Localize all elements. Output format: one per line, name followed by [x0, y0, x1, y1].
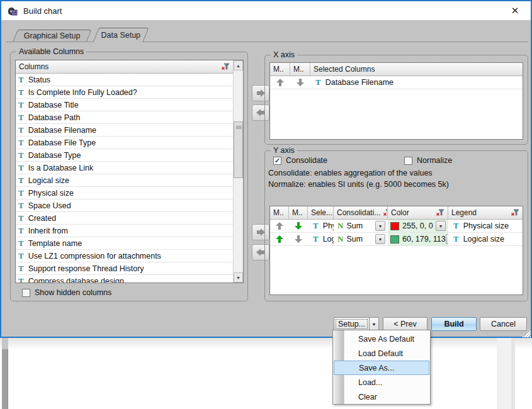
- color-dropdown-button[interactable]: ▼: [436, 221, 446, 231]
- consolidation-dropdown-button[interactable]: ▼: [375, 221, 385, 231]
- y-axis-row-logical[interactable]: T Log N Sum ▼ 60, 179, 113 ▼ T Logical s…: [270, 233, 523, 246]
- text-column-icon: T: [453, 234, 459, 244]
- scroll-down-icon[interactable]: ▼: [234, 272, 243, 283]
- checkbox-box[interactable]: ✓: [273, 157, 281, 165]
- menu-item-load-default[interactable]: Load Default: [334, 346, 429, 361]
- legend-cell[interactable]: T Physical size: [448, 220, 523, 232]
- x-move-down-header[interactable]: M..: [290, 63, 310, 76]
- consolidate-checkbox[interactable]: ✓ Consolidate: [273, 156, 327, 165]
- checkbox-box[interactable]: [404, 157, 412, 165]
- y-consolidation-header[interactable]: Consolidati...: [334, 206, 388, 219]
- list-item[interactable]: TIs a Database Link: [16, 162, 233, 174]
- color-cell[interactable]: 60, 179, 113 ▼: [388, 233, 448, 245]
- menu-item-save-as[interactable]: Save As...: [334, 361, 429, 375]
- move-down-button[interactable]: [289, 220, 308, 232]
- filter-icon[interactable]: [511, 209, 519, 216]
- right-arrow-icon: [256, 228, 265, 237]
- background-right-scrollbar[interactable]: [497, 338, 511, 409]
- x-axis-row[interactable]: T Database Filename: [270, 76, 523, 89]
- setup-dropdown-button[interactable]: ▼: [369, 317, 379, 331]
- list-item[interactable]: TDatabase File Type: [16, 137, 233, 149]
- left-arrow-icon: [256, 108, 265, 117]
- legend-cell[interactable]: T Logical size: [448, 233, 523, 245]
- text-column-icon: T: [18, 201, 24, 211]
- y-move-down-header[interactable]: M..: [289, 206, 308, 219]
- text-column-icon: T: [18, 176, 24, 186]
- up-arrow-icon: [276, 78, 285, 87]
- menu-item-save-as-default[interactable]: Save As Default: [334, 332, 429, 346]
- left-arrow-icon: [256, 248, 265, 257]
- list-item[interactable]: TSupport response Thread History: [16, 262, 233, 275]
- text-column-icon: T: [18, 188, 24, 198]
- menu-item-load[interactable]: Load...: [334, 375, 429, 389]
- background-left-scrollbar-thumb[interactable]: [2, 338, 8, 349]
- consolidation-cell[interactable]: N Sum ▼: [334, 233, 388, 245]
- list-item[interactable]: TDatabase Title: [16, 99, 233, 111]
- setup-dropdown-menu: Save As Default Load Default Save As... …: [332, 330, 431, 405]
- chevron-down-icon: ▼: [439, 224, 443, 228]
- show-hidden-columns-checkbox[interactable]: Show hidden columns: [22, 288, 111, 297]
- normalize-checkbox[interactable]: Normalize: [404, 156, 452, 165]
- columns-header[interactable]: Columns: [16, 60, 233, 73]
- scrollbar-thumb[interactable]: [234, 121, 243, 178]
- list-item[interactable]: TCreated: [16, 212, 233, 225]
- text-column-icon: T: [18, 87, 24, 98]
- filter-icon[interactable]: [221, 63, 230, 70]
- list-item[interactable]: TTemplate name: [16, 237, 233, 250]
- list-item[interactable]: TDatabase Type: [16, 149, 233, 162]
- y-move-up-header[interactable]: M..: [270, 206, 289, 219]
- columns-list-scrollbar[interactable]: ▲ ▼: [233, 60, 243, 283]
- move-down-button[interactable]: [290, 76, 310, 89]
- y-legend-header[interactable]: Legend: [448, 206, 523, 219]
- down-arrow-icon: [296, 78, 305, 87]
- move-up-button[interactable]: [270, 220, 289, 232]
- list-item[interactable]: TDatabase Path: [16, 111, 233, 124]
- x-move-up-header[interactable]: M..: [270, 63, 290, 76]
- text-column-icon: T: [18, 75, 24, 85]
- menu-item-clear[interactable]: Clear: [334, 389, 429, 404]
- list-item[interactable]: TInherit from: [16, 225, 233, 237]
- down-arrow-icon: [294, 235, 303, 244]
- list-item[interactable]: TUse LZ1 compression for attachments: [16, 250, 233, 262]
- y-color-header[interactable]: Color: [388, 206, 448, 219]
- screen: Build chart ✕ Graphical Setup Data Setup…: [0, 0, 532, 409]
- title-bar[interactable]: Build chart ✕: [1, 1, 531, 20]
- y-axis-row-physical[interactable]: T Phy N Sum ▼ 255, 0, 0 ▼ T Physical siz…: [270, 220, 523, 233]
- move-up-button[interactable]: [270, 233, 289, 245]
- setup-button[interactable]: Setup...: [334, 317, 370, 331]
- y-selected-header[interactable]: Sele...: [308, 206, 334, 219]
- scroll-up-icon[interactable]: ▲: [234, 60, 243, 70]
- consolidation-cell[interactable]: N Sum ▼: [334, 220, 388, 232]
- text-column-icon: T: [18, 150, 24, 160]
- list-item[interactable]: TIs Complete Info Fully Loaded?: [16, 86, 233, 99]
- move-down-button[interactable]: [289, 233, 308, 245]
- tab-data-setup-label: Data Setup: [96, 28, 145, 42]
- tab-graphical-setup[interactable]: Graphical Setup: [13, 30, 92, 42]
- columns-list-rows: TStatus TIs Complete Info Fully Loaded? …: [16, 74, 233, 283]
- move-up-button[interactable]: [270, 76, 290, 89]
- build-button[interactable]: Build: [431, 317, 477, 331]
- background-right-scrollbar-edge: [511, 338, 515, 409]
- color-cell[interactable]: 255, 0, 0 ▼: [388, 220, 448, 232]
- text-column-icon: T: [18, 238, 24, 249]
- tab-graphical-setup-label: Graphical Setup: [16, 30, 89, 42]
- down-arrow-icon: [294, 221, 303, 230]
- filter-icon[interactable]: [383, 209, 388, 216]
- prev-button[interactable]: < Prev: [383, 317, 427, 331]
- tab-data-setup[interactable]: Data Setup: [93, 28, 149, 42]
- consolidation-dropdown-button[interactable]: ▼: [375, 234, 385, 244]
- list-item[interactable]: TCompress database design: [16, 275, 233, 283]
- close-icon[interactable]: ✕: [508, 4, 522, 18]
- numeric-column-icon: N: [337, 234, 343, 244]
- checkbox-box[interactable]: [22, 289, 30, 297]
- cancel-button[interactable]: Cancel: [480, 317, 527, 331]
- list-item[interactable]: TStatus: [16, 74, 233, 86]
- x-selected-columns-header[interactable]: Selected Columns: [310, 63, 523, 76]
- filter-icon[interactable]: [436, 209, 444, 216]
- list-item[interactable]: TSpace Used: [16, 199, 233, 212]
- list-item[interactable]: TPhysical size: [16, 187, 233, 199]
- list-item[interactable]: TLogical size: [16, 174, 233, 187]
- list-item[interactable]: TDatabase Filename: [16, 124, 233, 137]
- selected-column-cell: T Log: [308, 233, 334, 245]
- right-arrow-icon: [256, 89, 265, 98]
